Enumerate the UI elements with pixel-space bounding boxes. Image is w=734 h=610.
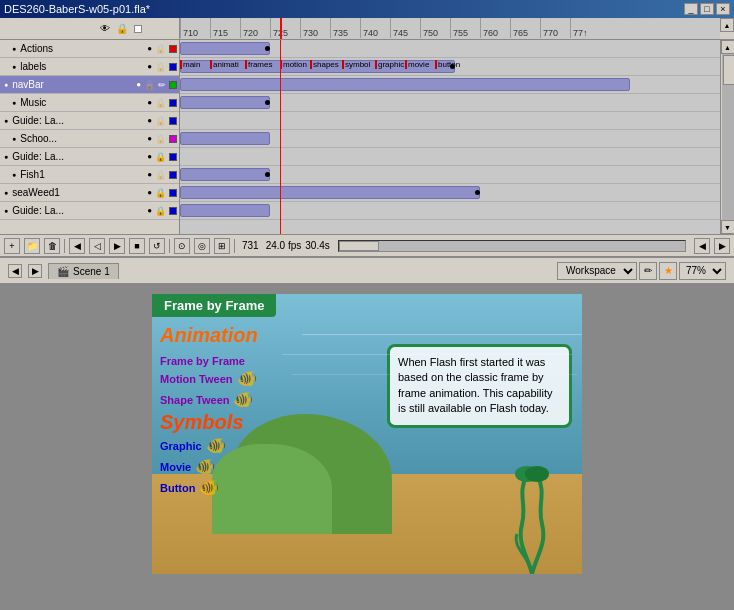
- lock-icon[interactable]: 🔒: [155, 62, 166, 72]
- add-folder-button[interactable]: 📁: [24, 238, 40, 254]
- minimize-button[interactable]: _: [684, 3, 698, 15]
- time-display: 30.4s: [305, 240, 329, 251]
- layer-name: seaWeed1: [12, 187, 147, 198]
- fbf-label: Frame by Frame: [152, 294, 276, 317]
- eye-icon: 👁: [100, 23, 110, 34]
- layer-visibility-icon[interactable]: ●: [136, 80, 141, 89]
- lock-icon[interactable]: 🔒: [155, 116, 166, 126]
- layer-row[interactable]: ● seaWeed1 ● 🔒: [0, 184, 179, 202]
- workspace-dropdown: Workspace ✏ ★ 77%: [557, 262, 726, 280]
- onion-skin-button[interactable]: ⊙: [174, 238, 190, 254]
- symbols-label: Symbols: [160, 411, 258, 434]
- ruler-mark: 770: [540, 18, 570, 38]
- onion-skin-outline-button[interactable]: ◎: [194, 238, 210, 254]
- scene-prev-button[interactable]: ◀: [8, 264, 22, 278]
- ruler-mark: 725: [270, 18, 300, 38]
- loop-button[interactable]: ↺: [149, 238, 165, 254]
- zoom-select[interactable]: 77%: [679, 262, 726, 280]
- frame-tool-2[interactable]: ◁: [89, 238, 105, 254]
- scene-tab[interactable]: 🎬 Scene 1: [48, 263, 119, 279]
- layer-name: Guide: La...: [12, 205, 147, 216]
- layer-visibility-icon[interactable]: ●: [147, 152, 152, 161]
- layer-row[interactable]: ● Fish1 ● 🔒: [0, 166, 179, 184]
- layer-row[interactable]: ● Guide: La... ● 🔒: [0, 112, 179, 130]
- layer-row[interactable]: ● Music ● 🔒: [0, 94, 179, 112]
- layer-visibility-icon[interactable]: ●: [147, 98, 152, 107]
- layer-visibility-icon[interactable]: ●: [147, 44, 152, 53]
- frame-bar: [180, 96, 270, 109]
- keyframe-dot: [265, 46, 270, 51]
- ruler-mark: 720: [240, 18, 270, 38]
- layer-color-box: [169, 45, 177, 53]
- play-button[interactable]: ▶: [109, 238, 125, 254]
- lock-icon[interactable]: 🔒: [155, 134, 166, 144]
- layer-visibility-icon[interactable]: ●: [147, 188, 152, 197]
- scroll-down-button[interactable]: ▼: [721, 220, 735, 234]
- layer-visibility-icon[interactable]: ●: [147, 62, 152, 71]
- ruler-mark: 735: [330, 18, 360, 38]
- scene-bar: ◀ ▶ 🎬 Scene 1 Workspace ✏ ★ 77%: [0, 258, 734, 284]
- layer-row[interactable]: ● Guide: La... ● 🔒: [0, 148, 179, 166]
- new-layer-button[interactable]: +: [4, 238, 20, 254]
- playhead[interactable]: [280, 18, 282, 39]
- close-button[interactable]: ×: [716, 3, 730, 15]
- layer-visibility-icon[interactable]: ●: [147, 206, 152, 215]
- layer-visibility-icon[interactable]: ●: [147, 170, 152, 179]
- frame-row: [180, 94, 720, 112]
- menu-graphic[interactable]: Graphic: [160, 440, 202, 452]
- lock-icon[interactable]: 🔒: [155, 206, 166, 216]
- layer-row[interactable]: ● Schoo... ● 🔒: [0, 130, 179, 148]
- menu-fbf[interactable]: Frame by Frame: [160, 355, 258, 367]
- edit-multiple-button[interactable]: ⊞: [214, 238, 230, 254]
- layer-right-controls: ● 🔒: [147, 188, 177, 198]
- layer-dot: ●: [4, 189, 8, 196]
- frame-bar: [180, 132, 270, 145]
- stop-button[interactable]: ■: [129, 238, 145, 254]
- layer-controls: ●: [4, 153, 10, 160]
- menu-motion[interactable]: Motion Tween: [160, 373, 233, 385]
- svg-point-1: [525, 466, 549, 482]
- lock-icon[interactable]: 🔒: [155, 170, 166, 180]
- layer-row[interactable]: ● labels ● 🔒: [0, 58, 179, 76]
- frames-panel: mainanimatiframesmotionshapessymbolgraph…: [180, 40, 720, 234]
- layer-visibility-icon[interactable]: ●: [147, 116, 152, 125]
- layer-controls: ●: [12, 99, 18, 106]
- lock-icon[interactable]: 🔒: [155, 44, 166, 54]
- menu-button[interactable]: Button: [160, 482, 195, 494]
- layer-row[interactable]: ● Actions ● 🔒: [0, 40, 179, 58]
- scroll-thumb-h[interactable]: [339, 241, 379, 251]
- lock-icon[interactable]: 🔒: [144, 80, 155, 90]
- lock-icon[interactable]: 🔒: [155, 152, 166, 162]
- layer-right-controls: ● 🔒: [147, 170, 177, 180]
- layer-right-controls: ● 🔒: [147, 152, 177, 162]
- layer-dot: ●: [4, 117, 8, 124]
- scene-next-button[interactable]: ▶: [28, 264, 42, 278]
- maximize-button[interactable]: □: [700, 3, 714, 15]
- scroll-left-btn[interactable]: ◀: [694, 238, 710, 254]
- lock-icon[interactable]: 🔒: [155, 188, 166, 198]
- v-scrollbar[interactable]: ▲ ▼: [720, 40, 734, 234]
- workspace-select[interactable]: Workspace: [557, 262, 637, 280]
- delete-layer-button[interactable]: 🗑: [44, 238, 60, 254]
- layer-visibility-icon[interactable]: ●: [147, 134, 152, 143]
- layer-dot: ●: [4, 153, 8, 160]
- frame-tool-1[interactable]: ◀: [69, 238, 85, 254]
- seaweed-decoration: [497, 464, 567, 574]
- timeline-scroll-up[interactable]: ▲: [720, 18, 734, 32]
- menu-movie[interactable]: Movie: [160, 461, 191, 473]
- layer-row[interactable]: ● navBar ● 🔒 ✏: [0, 76, 179, 94]
- scroll-right-btn[interactable]: ▶: [714, 238, 730, 254]
- edit-scene-button[interactable]: ✏: [639, 262, 657, 280]
- water-ripple-1: [302, 334, 582, 335]
- lock-icon[interactable]: 🔒: [155, 98, 166, 108]
- ruler-mark: 715: [210, 18, 240, 38]
- layer-row[interactable]: ● Guide: La... ● 🔒: [0, 202, 179, 220]
- scroll-thumb[interactable]: [723, 55, 735, 85]
- scroll-up-button[interactable]: ▲: [721, 40, 735, 54]
- layer-controls: ●: [4, 189, 10, 196]
- menu-shape[interactable]: Shape Tween: [160, 394, 229, 406]
- layer-controls: ●: [12, 45, 18, 52]
- timeline-scroll-bar[interactable]: [338, 240, 686, 252]
- scene-color-button[interactable]: ★: [659, 262, 677, 280]
- window-controls[interactable]: _ □ ×: [684, 3, 730, 15]
